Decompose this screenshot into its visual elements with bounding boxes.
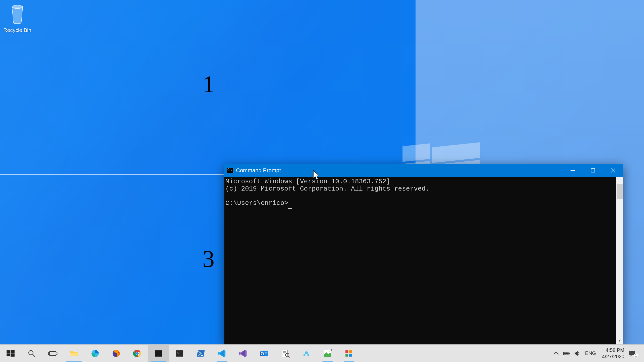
action-center-button[interactable]: 1: [628, 349, 640, 357]
svg-point-34: [329, 350, 330, 352]
cmd2-taskbar-button[interactable]: >_: [169, 345, 190, 362]
scroll-down-arrow[interactable]: ▼: [616, 337, 623, 344]
svg-rect-36: [349, 350, 352, 353]
svg-point-6: [29, 350, 33, 355]
battery-icon: [563, 350, 570, 357]
fancyzone-number-3: 3: [203, 245, 215, 273]
chrome-button[interactable]: [127, 345, 148, 362]
azure-icon: [302, 349, 311, 358]
speaker-icon: [574, 350, 581, 357]
task-view-icon: [48, 349, 58, 358]
svg-rect-37: [345, 354, 348, 356]
image-editor-icon: [323, 349, 332, 358]
tray-overflow-button[interactable]: [551, 345, 561, 362]
taskbar[interactable]: >_: [0, 344, 644, 362]
powershell-icon: [196, 349, 206, 358]
svg-rect-3: [11, 350, 15, 353]
powertoys-icon: [344, 349, 353, 358]
cmd-prompt: C:\Users\enrico>: [225, 199, 288, 207]
firefox-icon: [111, 349, 121, 358]
task-view-button[interactable]: [42, 345, 63, 362]
tray-language[interactable]: ENG: [583, 350, 598, 356]
folder-icon: [69, 349, 79, 358]
start-button[interactable]: [0, 345, 21, 362]
cmd-line1: Microsoft Windows [Version 10.0.18363.75…: [225, 178, 390, 185]
svg-point-15: [136, 352, 139, 355]
search-button[interactable]: [21, 345, 42, 362]
cmd-taskbar-button[interactable]: [148, 345, 169, 362]
svg-rect-40: [569, 353, 570, 354]
close-icon: [611, 168, 615, 173]
maximize-icon: [591, 168, 595, 172]
system-tray: ENG 4:58 PM 4/27/2020 1: [551, 345, 644, 362]
svg-rect-41: [564, 352, 569, 354]
visual-studio-button[interactable]: [232, 345, 254, 362]
svg-point-0: [12, 5, 23, 9]
edge-icon: [90, 349, 100, 358]
tray-date: 4/27/2020: [602, 353, 624, 360]
svg-rect-10: [56, 352, 57, 355]
maximize-button[interactable]: [583, 164, 603, 177]
taskbar-left: >_: [0, 345, 359, 362]
cmd-line2: (c) 2019 Microsoft Corporation. All righ…: [225, 185, 429, 193]
search-icon: [27, 349, 36, 358]
notification-badge: 1: [634, 353, 638, 357]
minimize-icon: [571, 168, 575, 173]
edge-button[interactable]: [85, 345, 106, 362]
azure-button[interactable]: [296, 345, 317, 362]
svg-rect-16: [155, 350, 162, 356]
tray-volume[interactable]: [572, 345, 583, 362]
tray-clock[interactable]: 4:58 PM 4/27/2020: [598, 347, 628, 360]
svg-line-7: [33, 354, 35, 356]
cmd-icon: [154, 349, 163, 358]
cmd2-icon: >_: [175, 349, 184, 358]
svg-rect-38: [349, 354, 352, 356]
desktop[interactable]: 1 3 Recycle Bin Command Prompt Microsoft…: [0, 0, 644, 362]
svg-rect-1: [591, 169, 595, 172]
svg-rect-8: [50, 351, 56, 355]
svg-rect-2: [7, 350, 10, 353]
recycle-bin-icon[interactable]: Recycle Bin: [1, 2, 34, 33]
cmd-cursor: [288, 208, 292, 209]
powertoys-button[interactable]: [338, 345, 359, 362]
svg-rect-9: [49, 352, 50, 355]
notes-button[interactable]: [275, 345, 296, 362]
file-explorer-button[interactable]: [63, 345, 85, 362]
scroll-thumb[interactable]: [617, 184, 623, 199]
windows-start-icon: [6, 349, 15, 358]
svg-rect-5: [11, 353, 15, 357]
minimize-button[interactable]: [563, 164, 583, 177]
notes-icon: [280, 349, 290, 358]
cmd-window-title: Command Prompt: [236, 167, 281, 174]
trash-icon: [7, 2, 28, 26]
powershell-button[interactable]: [190, 345, 211, 362]
fancyzone-number-1: 1: [203, 70, 215, 98]
image-editor-button[interactable]: [317, 345, 338, 362]
svg-rect-35: [345, 350, 348, 353]
outlook-icon: [259, 349, 269, 358]
close-button[interactable]: [603, 164, 623, 177]
svg-rect-4: [7, 353, 10, 356]
svg-line-24: [289, 356, 290, 357]
visual-studio-icon: [238, 349, 248, 358]
vscode-button[interactable]: [211, 345, 232, 362]
recycle-bin-label: Recycle Bin: [1, 27, 34, 33]
firefox-button[interactable]: [106, 345, 127, 362]
command-prompt-window[interactable]: Command Prompt Microsoft Windows [Versio…: [224, 164, 623, 344]
tray-time: 4:58 PM: [602, 347, 624, 353]
vscode-icon: [217, 349, 227, 358]
chevron-up-icon: [553, 350, 560, 357]
outlook-button[interactable]: [254, 345, 275, 362]
cmd-terminal-body[interactable]: Microsoft Windows [Version 10.0.18363.75…: [224, 177, 623, 344]
chrome-icon: [133, 349, 142, 358]
tray-battery[interactable]: [561, 345, 572, 362]
cmd-scrollbar[interactable]: ▲ ▼: [616, 177, 623, 344]
svg-text:>_: >_: [177, 352, 179, 354]
cmd-titlebar[interactable]: Command Prompt: [224, 164, 623, 177]
cmd-app-icon: [227, 168, 233, 173]
